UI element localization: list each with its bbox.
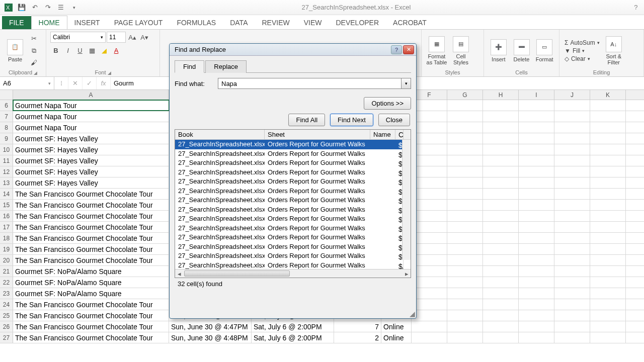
cell[interactable]: Gourmet SF: NoPa/Alamo Square [13, 266, 169, 277]
row-header[interactable]: 24 [0, 299, 13, 310]
cell[interactable] [519, 244, 554, 254]
col-header-a[interactable]: A [13, 90, 169, 100]
col-header-f[interactable]: F [412, 90, 447, 100]
results-horizontal-scrollbar[interactable]: ◂ ▸ [175, 269, 411, 278]
row-header[interactable]: 7 [0, 111, 13, 122]
cell[interactable] [412, 133, 447, 144]
cell[interactable] [483, 321, 519, 332]
cell[interactable] [590, 255, 626, 265]
cell[interactable] [590, 222, 626, 232]
cell[interactable]: Gourmet SF: NoPa/Alamo Square [13, 277, 169, 288]
result-row[interactable]: 27_SearchInSpreadsheet.xlsxOrders Report… [175, 205, 411, 215]
italic-button[interactable]: I [62, 45, 73, 56]
cell[interactable] [447, 255, 483, 265]
cell[interactable] [447, 100, 483, 111]
cell[interactable] [519, 211, 554, 221]
cell[interactable] [554, 244, 590, 254]
fx-icon[interactable]: fx [97, 77, 111, 89]
cell[interactable] [483, 100, 519, 111]
cell[interactable] [412, 200, 447, 210]
cell[interactable] [447, 299, 483, 310]
cell[interactable] [554, 332, 590, 343]
find-what-input[interactable] [218, 78, 401, 89]
tab-developer[interactable]: DEVELOPER [329, 16, 386, 29]
row-header[interactable]: 25 [0, 310, 13, 321]
cell[interactable] [483, 133, 519, 144]
cell[interactable] [412, 222, 447, 232]
tab-find[interactable]: Find [175, 60, 204, 73]
touch-mode-icon[interactable]: ☰ [55, 2, 66, 13]
cell[interactable] [590, 177, 626, 188]
cell[interactable] [483, 233, 519, 243]
cell[interactable] [412, 189, 447, 199]
cell[interactable] [412, 155, 447, 166]
cell[interactable]: Gourmet SF: Hayes Valley [13, 133, 169, 144]
row-header[interactable]: 22 [0, 277, 13, 288]
row-header[interactable]: 13 [0, 177, 13, 188]
save-icon[interactable]: 💾 [16, 2, 27, 13]
cell[interactable] [590, 122, 626, 133]
result-row[interactable]: 27_SearchInSpreadsheet.xlsxOrders Report… [175, 140, 411, 149]
cell[interactable] [483, 166, 519, 177]
font-name-select[interactable]: Calibri▾ [50, 32, 106, 43]
result-row[interactable]: 27_SearchInSpreadsheet.xlsxOrders Report… [175, 168, 411, 177]
col-header-h[interactable]: H [483, 90, 519, 100]
cell[interactable]: The San Francisco Gourmet Chocolate Tour [13, 233, 169, 243]
cell[interactable] [554, 277, 590, 288]
font-size-select[interactable]: 11 [107, 32, 126, 43]
tab-file[interactable]: FILE [2, 16, 31, 29]
format-as-table-button[interactable]: ▦Format as Table [426, 36, 448, 65]
dialog-close-button[interactable]: ✕ [403, 45, 414, 54]
cell[interactable] [412, 288, 447, 299]
result-row[interactable]: 27_SearchInSpreadsheet.xlsxOrders Report… [175, 177, 411, 187]
cell[interactable] [447, 266, 483, 277]
undo-icon[interactable]: ↶ [29, 2, 40, 13]
cell[interactable] [483, 177, 519, 188]
row-header[interactable]: 6 [0, 100, 13, 111]
row-header[interactable]: 8 [0, 122, 13, 133]
result-row[interactable]: 27_SearchInSpreadsheet.xlsxOrders Report… [175, 224, 411, 233]
close-button[interactable]: Close [378, 114, 410, 126]
cell[interactable]: The San Francisco Gourmet Chocolate Tour [13, 310, 169, 321]
cell[interactable] [590, 332, 626, 343]
cell[interactable] [519, 310, 554, 321]
cell[interactable] [412, 310, 447, 321]
cell[interactable] [554, 288, 590, 299]
cell[interactable] [483, 277, 519, 288]
formula-cancel-icon[interactable]: ✕ [68, 77, 83, 89]
cell[interactable] [519, 288, 554, 299]
cell[interactable] [447, 144, 483, 155]
cell[interactable] [447, 211, 483, 221]
col-header-i[interactable]: I [519, 90, 554, 100]
row-header[interactable]: 11 [0, 155, 13, 166]
cell[interactable] [447, 222, 483, 232]
cell[interactable] [447, 233, 483, 243]
fill-color-icon[interactable]: ◢ [99, 45, 110, 56]
cell[interactable] [483, 299, 519, 310]
cell[interactable]: The San Francisco Gourmet Chocolate Tour [13, 299, 169, 310]
row-header[interactable]: 20 [0, 255, 13, 265]
bold-button[interactable]: B [50, 45, 61, 56]
formula-expand-icon[interactable]: ⁞ [54, 77, 68, 89]
cell[interactable]: Gourmet SF: Hayes Valley [13, 166, 169, 177]
row-header[interactable]: 27 [0, 332, 13, 343]
cell[interactable] [590, 288, 626, 299]
cell[interactable] [554, 211, 590, 221]
cell[interactable]: Online [381, 321, 412, 332]
name-box-dropdown-icon[interactable]: ▾ [48, 81, 51, 86]
cell-styles-button[interactable]: ▤Cell Styles [450, 36, 472, 65]
cell[interactable] [412, 266, 447, 277]
row-header[interactable]: 16 [0, 211, 13, 221]
cell[interactable] [519, 277, 554, 288]
cell[interactable] [483, 122, 519, 133]
cell[interactable]: The San Francisco Gourmet Chocolate Tour [13, 189, 169, 199]
options-button[interactable]: Options >> [364, 97, 411, 110]
cell[interactable] [519, 222, 554, 232]
cell[interactable] [483, 255, 519, 265]
cell[interactable]: Sun, June 30 @ 4:47PM [169, 321, 252, 332]
cell[interactable] [554, 321, 590, 332]
cell[interactable] [447, 244, 483, 254]
cell[interactable] [447, 177, 483, 188]
result-row[interactable]: 27_SearchInSpreadsheet.xlsxOrders Report… [175, 196, 411, 205]
cell[interactable] [519, 122, 554, 133]
